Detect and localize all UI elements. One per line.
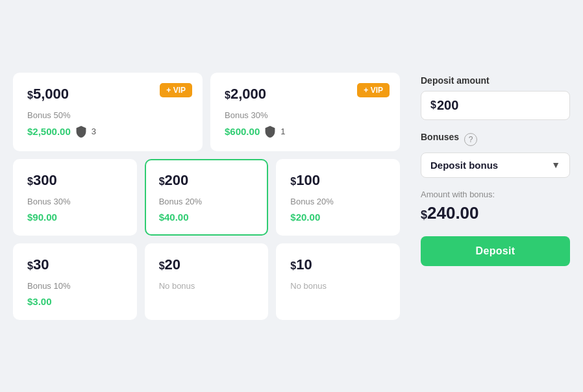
card-200-dollar: $ [159, 176, 165, 187]
card-10-dollar: $ [290, 260, 296, 271]
card-30[interactable]: $30 Bonus 10% $3.00 [13, 243, 137, 320]
card-20-no-bonus: No bonus [159, 281, 254, 291]
amount-bonus-number: 240.00 [427, 203, 479, 223]
amount-bonus-dollar: $ [421, 208, 427, 221]
deposit-button[interactable]: Deposit [421, 236, 570, 266]
card-5000-shield-count: 3 [92, 127, 96, 136]
cards-mid-row: $300 Bonus 30% $90.00 $200 Bonus 20% $40… [13, 159, 400, 236]
deposit-dollar-sign: $ [430, 99, 436, 111]
cards-bot-row: $30 Bonus 10% $3.00 $20 No bonus $10 No … [13, 243, 400, 320]
right-panel: Deposit amount $ 200 Bonuses ? Deposit b… [421, 73, 570, 320]
card-100[interactable]: $100 Bonus 20% $20.00 [276, 159, 400, 236]
card-2000-shield-count: 1 [280, 127, 285, 136]
card-20[interactable]: $20 No bonus [145, 243, 269, 320]
card-2000-bonus-value: $600.00 [225, 126, 260, 137]
card-5000-dollar: $ [27, 90, 33, 101]
card-5000[interactable]: $5,000 + VIP Bonus 50% $2,500.00 3 [13, 73, 203, 151]
card-5000-bonus-row: $2,500.00 3 [27, 125, 188, 138]
deposit-amount-label: Deposit amount [421, 75, 570, 86]
card-100-dollar: $ [290, 176, 296, 187]
card-20-amount: $20 [159, 256, 254, 273]
card-300[interactable]: $300 Bonus 30% $90.00 [13, 159, 137, 236]
card-2000-bonus-row: $600.00 1 [225, 125, 386, 138]
card-10-no-bonus: No bonus [290, 281, 386, 291]
main-container: $5,000 + VIP Bonus 50% $2,500.00 3 $2,00… [13, 73, 570, 320]
cards-section: $5,000 + VIP Bonus 50% $2,500.00 3 $2,00… [13, 73, 400, 320]
deposit-input-value[interactable]: 200 [437, 98, 458, 113]
chevron-down-icon: ▼ [551, 160, 560, 170]
card-300-dollar: $ [27, 176, 33, 187]
card-300-bonus-label: Bonus 30% [27, 197, 123, 206]
card-100-bonus-label: Bonus 20% [290, 197, 386, 206]
bonuses-label: Bonuses [421, 132, 459, 142]
card-2000-vip: + VIP [357, 83, 390, 97]
card-30-bonus-label: Bonus 10% [27, 281, 123, 291]
card-30-bonus-value: $3.00 [27, 296, 123, 307]
card-2000-bonus-label: Bonus 30% [225, 110, 386, 120]
card-2000-dollar: $ [225, 90, 230, 101]
bonuses-row: Bonuses ? [421, 132, 570, 147]
shield-icon-2000 [264, 125, 277, 138]
card-5000-bonus-value: $2,500.00 [27, 126, 71, 137]
bonus-select[interactable]: Deposit bonus ▼ [421, 153, 570, 178]
amount-with-bonus-label: Amount with bonus: [421, 190, 570, 199]
card-10[interactable]: $10 No bonus [276, 243, 400, 320]
card-20-dollar: $ [159, 260, 165, 271]
card-30-amount: $30 [27, 256, 123, 273]
shield-icon-5000 [75, 125, 88, 138]
card-300-bonus-value: $90.00 [27, 212, 123, 223]
card-200-bonus-label: Bonus 20% [159, 197, 254, 206]
deposit-input-wrapper[interactable]: $ 200 [421, 91, 570, 120]
card-2000[interactable]: $2,000 + VIP Bonus 30% $600.00 1 [210, 73, 400, 151]
card-5000-vip: + VIP [160, 83, 192, 97]
card-300-amount: $300 [27, 172, 123, 189]
question-badge[interactable]: ? [464, 133, 477, 146]
card-100-amount: $100 [290, 172, 386, 189]
card-10-amount: $10 [290, 256, 386, 273]
card-200-amount: $200 [159, 172, 254, 189]
amount-with-bonus-value: $240.00 [421, 203, 570, 223]
card-100-bonus-value: $20.00 [290, 212, 386, 223]
bonus-type-text: Deposit bonus [430, 160, 498, 171]
card-200[interactable]: $200 Bonus 20% $40.00 [145, 159, 269, 236]
question-mark: ? [469, 135, 473, 144]
card-200-bonus-value: $40.00 [159, 212, 254, 223]
cards-top-row: $5,000 + VIP Bonus 50% $2,500.00 3 $2,00… [13, 73, 400, 151]
card-30-dollar: $ [27, 260, 33, 271]
card-5000-bonus-label: Bonus 50% [27, 110, 188, 120]
